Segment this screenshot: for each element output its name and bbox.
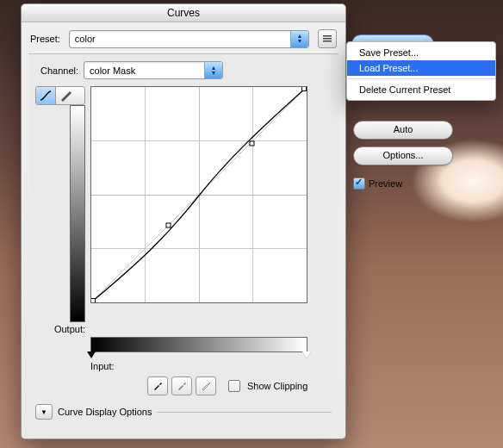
preset-label: Preset:	[30, 34, 60, 44]
dialog-title: Curves	[22, 4, 345, 22]
curves-dialog: Curves Preset: color Channel: color Mask	[21, 3, 346, 439]
disclosure-row: ▼ Curve Display Options	[35, 404, 332, 420]
input-label: Input:	[90, 361, 332, 371]
disclosure-toggle[interactable]: ▼	[35, 404, 53, 420]
preview-checkbox[interactable]	[353, 177, 365, 190]
eyedropper-icon	[152, 381, 163, 391]
output-label: Output:	[35, 324, 85, 334]
menu-separator	[347, 78, 495, 79]
divider	[157, 412, 332, 413]
show-clipping-label: Show Clipping	[247, 381, 307, 391]
eyedropper-icon	[177, 381, 187, 391]
menu-icon	[322, 34, 332, 44]
channel-select-value: color Mask	[90, 65, 135, 76]
auto-button[interactable]: Auto	[353, 121, 453, 140]
channel-select[interactable]: color Mask	[84, 61, 223, 79]
curve-tool-point[interactable]	[36, 87, 55, 104]
curve-area: Output:	[35, 86, 332, 334]
chevron-updown-icon	[204, 62, 222, 78]
menu-item-delete-preset[interactable]: Delete Current Preset	[347, 82, 495, 97]
svg-rect-2	[323, 40, 332, 42]
curve-tool-draw[interactable]	[55, 87, 75, 104]
white-point-slider[interactable]	[302, 352, 311, 358]
curve-tool-group	[35, 86, 85, 105]
curve-icon	[40, 90, 52, 102]
svg-rect-1	[323, 38, 332, 40]
eyedropper-gray[interactable]	[171, 376, 192, 395]
side-controls: Auto Options... Preview	[353, 121, 453, 190]
options-button[interactable]: Options...	[353, 146, 453, 165]
svg-rect-12	[250, 141, 254, 146]
eyedropper-icon	[201, 381, 211, 391]
preset-dropdown-menu: Save Preset... Load Preset... Delete Cur…	[346, 41, 496, 101]
curve-plot[interactable]	[90, 86, 307, 303]
dialog-inner: Channel: color Mask	[28, 53, 338, 428]
svg-rect-0	[323, 35, 332, 37]
svg-rect-10	[91, 299, 96, 303]
menu-item-save-preset[interactable]: Save Preset...	[347, 45, 495, 60]
output-gradient	[70, 105, 85, 322]
preset-select-value: color	[75, 34, 96, 44]
channel-label: Channel:	[40, 65, 78, 76]
eyedropper-black[interactable]	[147, 376, 168, 395]
preview-label: Preview	[369, 178, 402, 189]
eyedropper-row: Show Clipping	[147, 376, 332, 395]
black-point-slider[interactable]	[87, 352, 96, 358]
eyedropper-white[interactable]	[196, 376, 216, 395]
curve-svg	[91, 87, 307, 302]
preset-select[interactable]: color	[69, 30, 309, 48]
svg-rect-13	[302, 87, 307, 91]
pencil-icon	[59, 90, 71, 102]
preset-menu-button[interactable]	[318, 29, 337, 48]
preset-row: Preset: color	[22, 22, 345, 52]
menu-item-load-preset[interactable]: Load Preset...	[347, 60, 495, 76]
svg-rect-11	[166, 223, 171, 227]
curve-display-options-label: Curve Display Options	[58, 407, 152, 417]
channel-row: Channel: color Mask	[35, 61, 332, 79]
input-gradient[interactable]	[90, 337, 307, 352]
chevron-updown-icon	[290, 31, 308, 47]
show-clipping-checkbox[interactable]	[228, 380, 240, 392]
